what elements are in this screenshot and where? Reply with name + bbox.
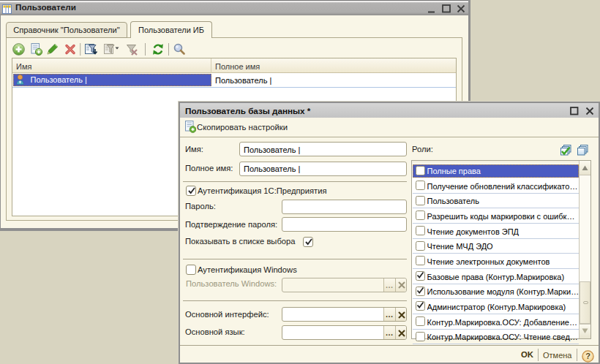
svg-text:?: ? [585,352,590,360]
